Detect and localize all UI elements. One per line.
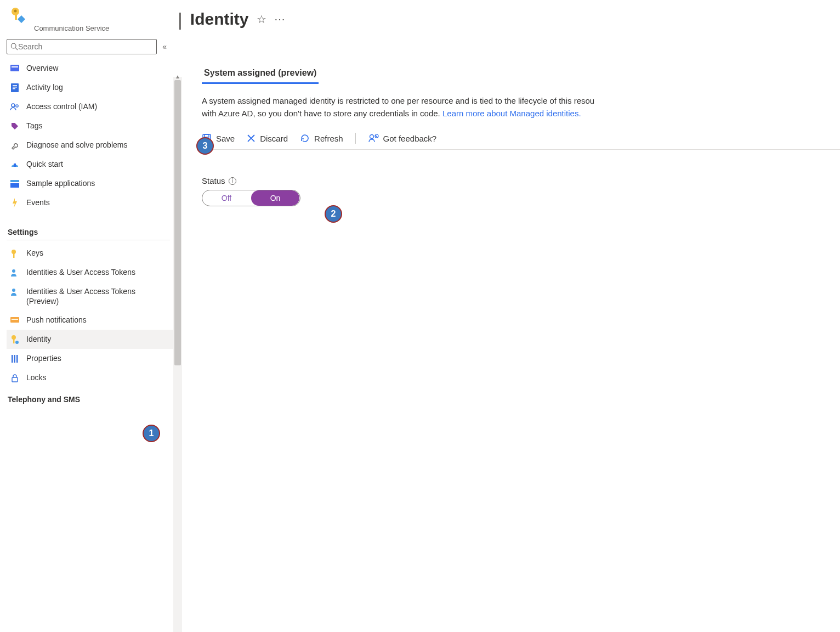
sidebar-item-properties[interactable]: Properties bbox=[7, 349, 173, 368]
key-resource-icon bbox=[10, 7, 25, 23]
nav-general: Overview Activity log Access control (IA… bbox=[7, 59, 173, 212]
sidebar-item-push-notifications[interactable]: Push notifications bbox=[7, 311, 173, 330]
svg-rect-7 bbox=[12, 66, 18, 67]
cmd-label: Got feedback? bbox=[383, 134, 437, 143]
svg-rect-16 bbox=[10, 183, 19, 188]
desc-line1: A system assigned managed identity is re… bbox=[202, 96, 594, 105]
sidebar-item-activity-log[interactable]: Activity log bbox=[7, 78, 173, 97]
svg-rect-14 bbox=[14, 163, 16, 167]
identity-icon bbox=[10, 335, 20, 345]
svg-point-35 bbox=[370, 135, 373, 139]
sidebar-item-overview[interactable]: Overview bbox=[7, 59, 173, 78]
svg-rect-10 bbox=[13, 87, 17, 88]
nav-label: Identity bbox=[26, 334, 169, 344]
learn-more-link[interactable]: Learn more about Managed identities. bbox=[442, 109, 581, 118]
svg-rect-3 bbox=[18, 15, 25, 23]
sidebar-item-identities-tokens-preview[interactable]: Identities & User Access Tokens (Preview… bbox=[7, 282, 173, 311]
access-control-icon bbox=[10, 102, 20, 112]
sidebar-item-events[interactable]: Events bbox=[7, 193, 173, 212]
nav-label: Events bbox=[26, 198, 169, 207]
tags-icon bbox=[10, 121, 20, 131]
search-input-wrapper[interactable] bbox=[7, 39, 157, 54]
scroll-thumb[interactable] bbox=[174, 80, 181, 365]
discard-button[interactable]: Discard bbox=[247, 134, 288, 143]
main-content: | Identity ☆ ⋯ System assigned (preview)… bbox=[182, 0, 840, 632]
sidebar: Communication Service « Overview Activit… bbox=[0, 0, 173, 632]
toggle-off-option[interactable]: Off bbox=[202, 190, 251, 206]
locks-icon bbox=[10, 373, 20, 383]
quick-start-icon bbox=[10, 160, 20, 170]
push-notifications-icon bbox=[10, 315, 20, 325]
svg-rect-11 bbox=[13, 88, 15, 89]
favorite-star-button[interactable]: ☆ bbox=[257, 13, 266, 26]
nav-label: Keys bbox=[26, 248, 169, 258]
svg-rect-29 bbox=[12, 377, 18, 382]
properties-icon bbox=[10, 354, 20, 364]
cmd-label: Discard bbox=[260, 134, 288, 143]
sidebar-item-diagnose[interactable]: Diagnose and solve problems bbox=[7, 136, 173, 155]
identities-preview-icon bbox=[10, 287, 20, 297]
svg-rect-24 bbox=[13, 339, 15, 343]
svg-rect-27 bbox=[14, 355, 16, 363]
nav-label: Locks bbox=[26, 373, 169, 382]
toggle-on-option[interactable]: On bbox=[251, 190, 299, 206]
nav-label: Identities & User Access Tokens bbox=[26, 267, 169, 277]
nav-label: Overview bbox=[26, 63, 169, 73]
more-actions-button[interactable]: ⋯ bbox=[274, 13, 285, 26]
sidebar-item-sample-apps[interactable]: Sample applications bbox=[7, 174, 173, 193]
tab-bar: System assigned (preview) bbox=[202, 64, 840, 84]
keys-icon bbox=[10, 249, 20, 258]
sidebar-item-keys[interactable]: Keys bbox=[7, 244, 173, 263]
overview-icon bbox=[10, 64, 20, 74]
sidebar-item-tags[interactable]: Tags bbox=[7, 116, 173, 136]
svg-point-4 bbox=[11, 43, 16, 48]
cmd-label: Save bbox=[216, 134, 235, 143]
description-text: A system assigned managed identity is re… bbox=[202, 95, 805, 120]
nav-label: Identities & User Access Tokens (Preview… bbox=[26, 286, 169, 306]
identities-icon bbox=[10, 268, 20, 278]
sidebar-item-access-control[interactable]: Access control (IAM) bbox=[7, 97, 173, 116]
svg-point-17 bbox=[12, 250, 16, 254]
nav-label: Tags bbox=[26, 121, 169, 131]
info-icon[interactable]: i bbox=[229, 177, 236, 185]
nav-label: Sample applications bbox=[26, 178, 169, 188]
svg-point-20 bbox=[12, 289, 15, 292]
svg-rect-26 bbox=[12, 355, 13, 363]
command-divider bbox=[355, 133, 356, 144]
sidebar-item-identities-tokens[interactable]: Identities & User Access Tokens bbox=[7, 263, 173, 282]
svg-point-25 bbox=[15, 341, 19, 344]
svg-point-2 bbox=[14, 10, 17, 13]
scroll-up-icon[interactable]: ▲ bbox=[175, 74, 180, 79]
svg-rect-1 bbox=[15, 14, 17, 20]
annotation-bubble-1: 1 bbox=[143, 425, 160, 442]
nav-label: Push notifications bbox=[26, 315, 169, 325]
sample-apps-icon bbox=[10, 179, 20, 189]
status-toggle[interactable]: Off On bbox=[202, 190, 300, 206]
svg-point-23 bbox=[12, 335, 16, 340]
search-input[interactable] bbox=[18, 42, 153, 51]
resource-subtitle: Communication Service bbox=[7, 24, 173, 32]
nav-label: Access control (IAM) bbox=[26, 101, 169, 111]
annotation-bubble-3: 3 bbox=[196, 137, 214, 155]
sidebar-section-telephony: Telephony and SMS bbox=[7, 387, 173, 406]
svg-rect-28 bbox=[16, 355, 18, 363]
tab-system-assigned[interactable]: System assigned (preview) bbox=[202, 64, 319, 84]
title-divider: | bbox=[178, 9, 183, 30]
sidebar-scrollbar[interactable]: ▲ bbox=[173, 77, 182, 632]
command-bar: Save Discard Refresh Got feedback? bbox=[202, 133, 840, 150]
sidebar-item-identity[interactable]: Identity bbox=[7, 330, 173, 349]
sidebar-item-locks[interactable]: Locks bbox=[7, 368, 173, 387]
sidebar-section-settings: Settings bbox=[7, 220, 170, 240]
svg-point-13 bbox=[16, 105, 18, 107]
search-icon bbox=[10, 43, 18, 50]
page-header: | Identity ☆ ⋯ bbox=[178, 0, 840, 38]
sidebar-item-quick-start[interactable]: Quick start bbox=[7, 155, 173, 174]
feedback-icon bbox=[368, 133, 379, 143]
cmd-label: Refresh bbox=[314, 134, 343, 143]
feedback-button[interactable]: Got feedback? bbox=[368, 133, 437, 143]
collapse-sidebar-button[interactable]: « bbox=[160, 40, 169, 53]
diagnose-icon bbox=[10, 140, 20, 150]
nav-label: Quick start bbox=[26, 159, 169, 169]
svg-rect-15 bbox=[10, 180, 19, 182]
refresh-button[interactable]: Refresh bbox=[300, 133, 343, 143]
